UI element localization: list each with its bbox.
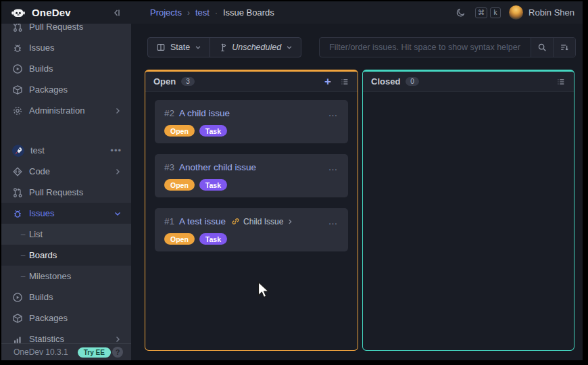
sidebar-nav: Pull Requests Issues Builds Packages [1, 16, 131, 349]
breadcrumb-separator: · [215, 8, 218, 18]
board-toolbar: State Unscheduled [147, 37, 576, 57]
search-button[interactable] [531, 38, 553, 57]
issue-number: #3 [164, 162, 174, 172]
sidebar-item-label: Packages [29, 84, 68, 95]
column-count-badge: 3 [181, 77, 195, 86]
sidebar-item-project-pull-requests[interactable]: Pull Requests [1, 182, 131, 203]
type-badge[interactable]: Task [199, 125, 227, 137]
sidebar-item-project-builds[interactable]: Builds [1, 287, 131, 308]
sidebar-footer: OneDev 10.3.1 Try EE ? [1, 343, 131, 360]
chevron-right-icon [287, 218, 293, 225]
column-title: Closed [371, 76, 400, 87]
board-column-closed: Closed 0 [362, 70, 574, 351]
child-issue-link[interactable]: Child Issue [231, 217, 293, 226]
sidebar-item-label: Milestones [29, 271, 71, 281]
type-badge[interactable]: Task [199, 179, 227, 191]
package-icon [12, 313, 23, 324]
sidebar-item-label: Builds [29, 292, 53, 302]
issue-card[interactable]: #2 A child issue … Open Task [155, 100, 348, 143]
project-name: test [30, 145, 45, 155]
column-menu-icon[interactable] [340, 77, 349, 87]
card-more-button[interactable]: … [328, 220, 339, 224]
link-icon [231, 217, 240, 226]
topbar: Projects › test · Issue Boards ⌘ k Robin… [131, 1, 583, 24]
milestone-label: Unscheduled [232, 43, 281, 52]
issue-number: #1 [164, 216, 174, 226]
filter-input[interactable] [320, 38, 531, 57]
sidebar-item-issues-boards[interactable]: – Boards [1, 245, 131, 266]
card-header: #3 Another child issue … [164, 162, 339, 172]
state-badge[interactable]: Open [164, 179, 195, 191]
card-more-button[interactable]: … [328, 166, 339, 170]
sidebar-item-label: Boards [29, 250, 57, 260]
app-window: Pull Requests Issues Builds Packages [1, 1, 583, 360]
gear-icon [12, 105, 23, 116]
issue-title-link[interactable]: A child issue [179, 108, 230, 118]
sidebar-section-divider [1, 121, 131, 140]
issue-board: Open 3 + #2 A child issue … [145, 70, 574, 351]
project-more-button[interactable]: ••• [110, 145, 122, 155]
sidebar-item-label: Pull Requests [29, 187, 83, 197]
user-avatar[interactable] [509, 5, 523, 20]
card-header: #1 A test issue Child Issue … [164, 216, 339, 226]
sidebar-item-project-issues[interactable]: Issues [1, 203, 131, 224]
issue-card[interactable]: #1 A test issue Child Issue … [155, 208, 348, 251]
chevron-right-icon [114, 107, 122, 115]
issue-card[interactable]: #3 Another child issue … Open Task [155, 154, 348, 197]
breadcrumb-projects-link[interactable]: Projects [150, 7, 182, 18]
play-circle-icon [12, 64, 23, 74]
board-column-open: Open 3 + #2 A child issue … [145, 70, 358, 351]
sidebar-project-test[interactable]: test ••• [1, 140, 131, 161]
sidebar-item-label: List [29, 229, 43, 239]
sidebar-item-project-packages[interactable]: Packages [1, 308, 131, 328]
sidebar-item-administration[interactable]: Administration [1, 100, 131, 121]
sidebar-header: OneDev [1, 1, 131, 24]
sidebar-item-label: Issues [29, 208, 55, 218]
sub-item-dash: – [20, 230, 26, 239]
column-actions [556, 77, 566, 87]
collapse-sidebar-button[interactable] [111, 7, 122, 18]
sidebar-item-issues-list[interactable]: – List [1, 224, 131, 245]
package-icon [12, 84, 23, 95]
board-state-dropdown[interactable]: State [148, 38, 210, 57]
column-actions: + [324, 76, 349, 87]
dark-mode-toggle-icon[interactable] [456, 7, 466, 18]
sidebar-item-label: Packages [29, 313, 68, 323]
help-button[interactable]: ? [112, 347, 123, 358]
bug-icon [12, 208, 23, 219]
try-ee-badge[interactable]: Try EE [78, 347, 111, 358]
sidebar-item-code[interactable]: Code [1, 161, 131, 182]
play-circle-icon [12, 292, 23, 303]
shortcut-cmd-key: ⌘ [475, 7, 487, 18]
sidebar-item-packages[interactable]: Packages [1, 79, 131, 100]
add-issue-button[interactable]: + [324, 76, 331, 87]
sort-button[interactable] [553, 38, 575, 57]
state-badge[interactable]: Open [164, 233, 195, 245]
milestone-dropdown[interactable]: Unscheduled [210, 38, 301, 57]
column-header-closed: Closed 0 [363, 72, 574, 92]
card-more-button[interactable]: … [328, 112, 339, 116]
breadcrumb-project-link[interactable]: test [195, 7, 210, 18]
state-badge[interactable]: Open [164, 125, 195, 137]
project-avatar-icon [12, 145, 24, 157]
user-name[interactable]: Robin Shen [529, 7, 574, 18]
breadcrumb-page-title: Issue Boards [223, 7, 274, 18]
topbar-actions: ⌘ k Robin Shen [456, 5, 574, 20]
card-header: #2 A child issue … [164, 108, 339, 118]
kanban-icon [156, 43, 166, 52]
sidebar-item-issues[interactable]: Issues [1, 37, 131, 58]
child-issue-link-label: Child Issue [243, 217, 283, 226]
sidebar-item-label: Administration [29, 105, 84, 116]
sidebar-item-issues-milestones[interactable]: – Milestones [1, 266, 131, 287]
column-menu-icon[interactable] [556, 77, 566, 87]
issue-title-link[interactable]: Another child issue [179, 162, 256, 172]
chevron-right-icon [114, 335, 122, 343]
type-badge[interactable]: Task [199, 233, 227, 245]
issue-title-link[interactable]: A test issue [179, 216, 226, 226]
board-state-label: State [170, 43, 190, 52]
card-list-open: #2 A child issue … Open Task #3 Another … [145, 92, 358, 260]
sidebar-item-label: Builds [29, 64, 53, 74]
card-badges: Open Task [164, 233, 339, 245]
sidebar-item-builds[interactable]: Builds [1, 58, 131, 79]
chevron-down-icon [114, 210, 122, 218]
